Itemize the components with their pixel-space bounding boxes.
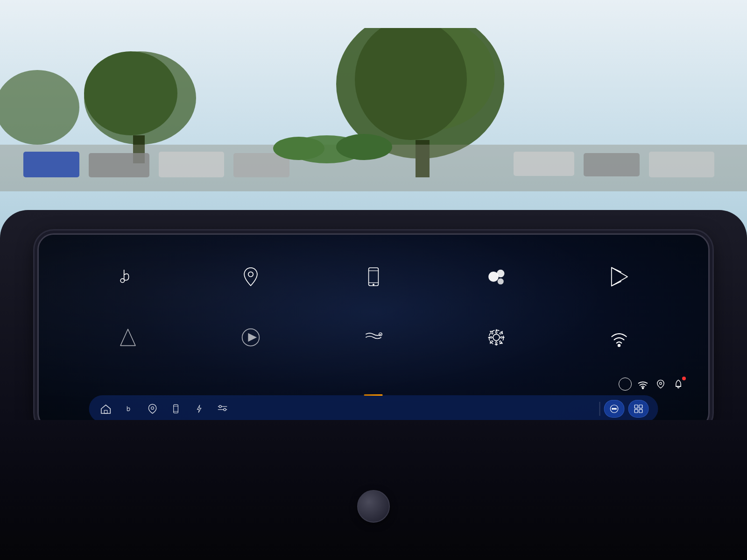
google-assistant-app[interactable]	[435, 249, 557, 309]
phone-app[interactable]	[312, 249, 435, 309]
svg-rect-9	[23, 152, 79, 177]
svg-rect-10	[89, 153, 149, 177]
svg-point-56	[642, 387, 643, 389]
taskbar-left	[99, 401, 596, 416]
taskbar-flash-icon[interactable]	[192, 401, 207, 416]
settings-app[interactable]	[435, 309, 557, 370]
svg-point-47	[224, 408, 226, 411]
play-store-icon	[605, 263, 633, 291]
svg-marker-28	[611, 267, 627, 286]
play-store-app[interactable]	[557, 249, 680, 309]
svg-rect-14	[584, 153, 640, 176]
svg-rect-54	[634, 409, 638, 413]
svg-line-29	[611, 267, 621, 272]
status-bar	[619, 378, 694, 391]
bell-notification-dot	[682, 377, 686, 380]
screen-bezel	[37, 233, 710, 429]
apple-carplay-app[interactable]	[190, 309, 312, 370]
control-knob[interactable]	[357, 490, 390, 523]
audio-icon	[114, 263, 142, 291]
svg-point-18	[273, 137, 324, 160]
svg-point-24	[373, 284, 374, 285]
climate-icon	[359, 323, 388, 351]
apple-carplay-icon	[237, 323, 265, 351]
taskbar-right	[604, 400, 648, 418]
svg-point-51	[615, 408, 617, 410]
svg-point-27	[498, 279, 504, 284]
taskbar-sliders-icon[interactable]	[215, 401, 230, 416]
svg-rect-13	[514, 152, 574, 176]
svg-marker-31	[120, 329, 135, 345]
dashboard-frame	[0, 210, 747, 560]
taskbar-grid-button[interactable]	[628, 400, 648, 418]
wifi-hotspot-app[interactable]	[557, 309, 680, 370]
taskbar-divider	[599, 402, 600, 416]
status-location-icon	[654, 378, 667, 391]
taskbar-location-icon[interactable]	[145, 401, 160, 416]
android-auto-app[interactable]	[67, 309, 190, 370]
svg-line-30	[611, 281, 621, 286]
svg-point-49	[612, 408, 613, 410]
audio-app[interactable]	[67, 249, 190, 309]
svg-point-20	[248, 272, 253, 277]
svg-point-57	[660, 382, 662, 385]
svg-point-5	[84, 51, 177, 135]
svg-rect-55	[639, 409, 642, 413]
svg-point-35	[493, 334, 500, 341]
android-auto-icon	[114, 323, 142, 351]
svg-point-39	[151, 407, 154, 410]
maps-icon	[237, 263, 265, 291]
app-grid	[39, 235, 708, 375]
svg-rect-11	[159, 152, 224, 177]
screen-content	[39, 235, 708, 428]
taskbar-music-icon[interactable]	[122, 401, 137, 416]
svg-point-37	[618, 344, 620, 347]
svg-rect-40	[174, 405, 178, 413]
phone-icon	[359, 263, 388, 291]
taskbar-accent	[364, 394, 383, 396]
taskbar-messages-button[interactable]	[604, 400, 624, 418]
svg-marker-43	[197, 405, 201, 413]
svg-rect-15	[649, 152, 714, 177]
wifi-hotspot-icon	[605, 323, 633, 351]
status-wifi-icon	[636, 378, 649, 391]
maps-app[interactable]	[190, 249, 312, 309]
svg-rect-38	[104, 410, 107, 413]
taskbar	[89, 395, 658, 422]
tree-scene	[0, 28, 747, 191]
taskbar-phone-icon[interactable]	[169, 401, 183, 416]
svg-point-17	[336, 134, 392, 160]
svg-point-19	[121, 279, 125, 282]
svg-rect-53	[639, 405, 642, 408]
svg-point-50	[613, 408, 615, 410]
status-bell-icon	[672, 378, 685, 391]
svg-point-26	[497, 270, 504, 277]
svg-rect-52	[634, 405, 638, 408]
google-assistant-icon	[482, 263, 510, 291]
climate-app[interactable]	[312, 309, 435, 370]
svg-marker-33	[248, 334, 256, 342]
dashboard-bottom	[0, 420, 747, 560]
svg-rect-21	[369, 268, 379, 286]
svg-point-7	[0, 70, 79, 145]
settings-icon	[482, 323, 510, 351]
taskbar-home-icon[interactable]	[99, 401, 113, 416]
svg-point-46	[219, 406, 221, 408]
d-indicator	[619, 378, 632, 391]
